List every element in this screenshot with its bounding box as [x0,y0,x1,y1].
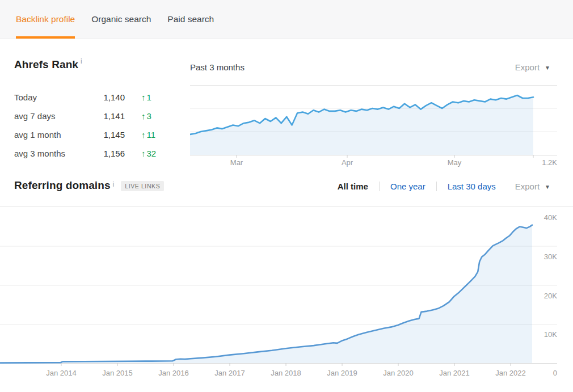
rank-row-value: 1,141 [82,111,125,121]
delta-value: 32 [147,149,157,158]
x-tick-label: Jan 2021 [439,369,470,377]
x-tick-label: Jan 2015 [102,369,133,377]
tab-label: Backlink profile [16,14,75,24]
x-tick-label: May [448,158,462,167]
tab-label: Organic search [91,14,151,24]
delta-value: 3 [147,111,151,121]
up-arrow-icon: ↑ [141,130,146,140]
info-icon[interactable]: i [113,180,115,188]
time-range-controls: All time One year Last 30 days Export ▼ [338,178,550,194]
live-links-badge: LIVE LINKS [121,181,164,191]
delta-value: 11 [147,130,156,140]
ahrefs-rank-chart[interactable]: Mar Apr May 1.2K [190,85,573,170]
domains-area-fill [0,225,532,363]
range-last-30-days[interactable]: Last 30 days [448,182,496,191]
rank-chart-header: Past 3 months Export ▼ [190,59,550,75]
y-axis-bottom-label: 1.2K [542,158,557,167]
up-arrow-icon: ↑ [141,92,146,102]
table-row: avg 7 days 1,141 ↑3 [14,107,173,125]
export-label: Export [515,182,540,191]
x-tick-label: Jan 2016 [158,369,189,377]
referring-domains-title: Referring domains [14,179,111,192]
x-tick-label: Jan 2020 [383,369,414,377]
x-tick-label: Mar [230,158,243,167]
range-one-year[interactable]: One year [390,182,425,191]
rank-row-value: 1,145 [82,130,125,140]
x-tick-label: Jan 2017 [214,369,245,377]
tab-backlink-profile[interactable]: Backlink profile [16,0,75,39]
tab-bar: Backlink profile Organic search Paid sea… [0,0,573,39]
ahrefs-rank-header: Ahrefs Ranki [14,58,82,71]
rank-row-label: avg 7 days [14,111,82,121]
x-tick-label: Jan 2018 [271,369,301,377]
rank-row-label: Today [14,92,82,102]
x-tick-label: Jan 2022 [495,369,526,377]
rank-row-value: 1,156 [82,149,125,158]
export-label: Export [515,62,540,72]
x-tick-label: Jan 2014 [46,369,77,377]
up-arrow-icon: ↑ [141,111,146,121]
rank-row-delta: ↑3 [141,111,151,121]
up-arrow-icon: ↑ [141,149,146,158]
divider [379,182,380,191]
export-button[interactable]: Export ▼ [515,62,550,72]
referring-domains-chart[interactable]: 40K 30K 20K 10K 0 Jan 2014 Jan 2015 Jan … [0,206,573,392]
y-tick-label: 40K [544,213,557,222]
delta-value: 1 [147,92,151,102]
referring-domains-header: Referring domainsi LIVE LINKS [14,179,164,192]
rank-row-label: avg 3 months [14,149,82,158]
backlink-profile-page: Backlink profile Organic search Paid sea… [0,0,573,392]
divider [436,182,437,191]
rank-row-value: 1,140 [82,92,125,102]
y-tick-label: 20K [544,292,557,300]
x-tick-label: Apr [342,158,353,167]
y-tick-label: 0 [553,369,557,377]
rank-chart-title: Past 3 months [190,62,245,72]
table-row: avg 1 month 1,145 ↑11 [14,125,173,144]
x-tick-label: Jan 2019 [327,369,357,377]
info-icon[interactable]: i [81,57,82,65]
table-row: Today 1,140 ↑1 [14,88,173,107]
tab-paid-search[interactable]: Paid search [167,0,214,39]
tab-label: Paid search [167,14,214,24]
tab-organic-search[interactable]: Organic search [91,0,151,39]
rank-row-label: avg 1 month [14,130,82,140]
rank-row-delta: ↑11 [141,130,155,140]
rank-row-delta: ↑1 [141,92,151,102]
rank-row-delta: ↑32 [141,149,156,158]
table-row: avg 3 months 1,156 ↑32 [14,144,173,163]
ahrefs-rank-title: Ahrefs Rank [14,58,78,70]
range-all-time[interactable]: All time [338,182,368,191]
y-tick-label: 10K [544,330,557,339]
caret-down-icon: ▼ [545,65,550,71]
caret-down-icon: ▼ [545,184,550,190]
y-tick-label: 30K [544,252,557,261]
export-button[interactable]: Export ▼ [515,182,550,191]
ahrefs-rank-table: Today 1,140 ↑1 avg 7 days 1,141 ↑3 avg 1… [14,88,173,163]
